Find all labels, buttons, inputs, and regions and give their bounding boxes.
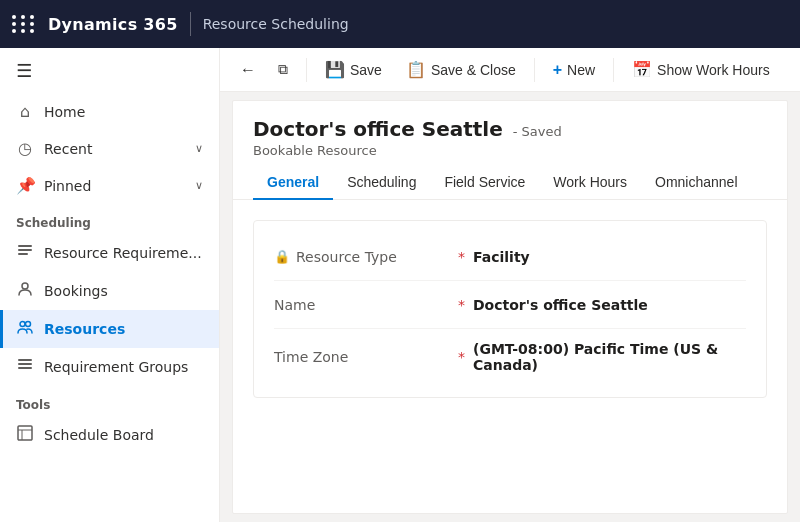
home-icon: ⌂ [16, 102, 34, 121]
timezone-value[interactable]: (GMT-08:00) Pacific Time (US & Canada) [473, 341, 746, 373]
form-row-timezone: Time Zone * (GMT-08:00) Pacific Time (US… [274, 329, 746, 385]
recent-icon: ◷ [16, 139, 34, 158]
timezone-label: Time Zone [274, 349, 348, 365]
sidebar-item-label: Resource Requireme... [44, 245, 202, 261]
sidebar-item-label: Requirement Groups [44, 359, 188, 375]
chevron-down-icon: ∨ [195, 179, 203, 192]
resource-type-label-col: 🔒 Resource Type [274, 249, 454, 265]
save-close-label: Save & Close [431, 62, 516, 78]
sidebar-item-label: Bookings [44, 283, 108, 299]
hamburger-button[interactable]: ☰ [0, 48, 219, 93]
toolbar-divider [306, 58, 307, 82]
pop-out-button[interactable]: ⧉ [268, 55, 298, 84]
timezone-label-col: Time Zone [274, 349, 454, 365]
tab-scheduling[interactable]: Scheduling [333, 166, 430, 200]
sidebar-item-label: Resources [44, 321, 125, 337]
svg-rect-6 [18, 359, 32, 361]
form-row-resource-type: 🔒 Resource Type * Facility [274, 233, 746, 281]
sidebar-item-label: Recent [44, 141, 92, 157]
sidebar-item-recent[interactable]: ◷ Recent ∨ [0, 130, 219, 167]
schedule-board-icon [16, 425, 34, 445]
new-label: New [567, 62, 595, 78]
sidebar-item-label: Pinned [44, 178, 91, 194]
resources-icon [16, 319, 34, 339]
sidebar-item-label: Home [44, 104, 85, 120]
resource-type-value[interactable]: Facility [473, 249, 530, 265]
save-close-icon: 📋 [406, 60, 426, 79]
record-title: Doctor's office Seattle [253, 117, 503, 141]
req-groups-icon [16, 357, 34, 377]
svg-rect-0 [18, 245, 32, 247]
sidebar-item-resources[interactable]: Resources [0, 310, 219, 348]
save-label: Save [350, 62, 382, 78]
new-button[interactable]: + New [543, 55, 605, 85]
scheduling-section-label: Scheduling [0, 204, 219, 234]
sidebar: ☰ ⌂ Home ◷ Recent ∨ 📌 Pinned ∨ Schedulin… [0, 48, 220, 522]
section-title: Resource Scheduling [203, 16, 349, 32]
tab-general[interactable]: General [253, 166, 333, 200]
top-bar: Dynamics 365 Resource Scheduling [0, 0, 800, 48]
app-launcher-icon[interactable] [12, 12, 36, 36]
new-icon: + [553, 61, 562, 79]
chevron-down-icon: ∨ [195, 142, 203, 155]
svg-rect-7 [18, 363, 32, 365]
lock-icon: 🔒 [274, 249, 290, 264]
pin-icon: 📌 [16, 176, 34, 195]
name-required: * [458, 297, 465, 313]
sidebar-item-schedule-board[interactable]: Schedule Board [0, 416, 219, 454]
save-icon: 💾 [325, 60, 345, 79]
save-button[interactable]: 💾 Save [315, 54, 392, 85]
show-work-hours-button[interactable]: 📅 Show Work Hours [622, 54, 780, 85]
layout: ☰ ⌂ Home ◷ Recent ∨ 📌 Pinned ∨ Schedulin… [0, 48, 800, 522]
name-label-col: Name [274, 297, 454, 313]
save-close-button[interactable]: 📋 Save & Close [396, 54, 526, 85]
form-card: 🔒 Resource Type * Facility Name * Doctor… [253, 220, 767, 398]
form-area: 🔒 Resource Type * Facility Name * Doctor… [233, 200, 787, 513]
sidebar-item-pinned[interactable]: 📌 Pinned ∨ [0, 167, 219, 204]
svg-rect-9 [18, 426, 32, 440]
tabs-bar: General Scheduling Field Service Work Ho… [233, 158, 787, 200]
svg-rect-8 [18, 367, 32, 369]
pop-out-icon: ⧉ [278, 61, 288, 78]
sidebar-item-bookings[interactable]: Bookings [0, 272, 219, 310]
top-bar-divider [190, 12, 191, 36]
tools-section-label: Tools [0, 386, 219, 416]
timezone-required: * [458, 349, 465, 365]
sidebar-item-home[interactable]: ⌂ Home [0, 93, 219, 130]
toolbar-divider-2 [534, 58, 535, 82]
name-value[interactable]: Doctor's office Seattle [473, 297, 648, 313]
record-header: Doctor's office Seattle - Saved Bookable… [233, 101, 787, 158]
toolbar-divider-3 [613, 58, 614, 82]
main-content: ← ⧉ 💾 Save 📋 Save & Close + New 📅 Show W… [220, 48, 800, 522]
svg-rect-1 [18, 249, 32, 251]
sidebar-item-req-groups[interactable]: Requirement Groups [0, 348, 219, 386]
svg-point-4 [20, 322, 25, 327]
tab-omnichannel[interactable]: Omnichannel [641, 166, 752, 200]
record-saved-status: - Saved [513, 124, 562, 139]
bookings-icon [16, 281, 34, 301]
resource-type-label: Resource Type [296, 249, 397, 265]
form-row-name: Name * Doctor's office Seattle [274, 281, 746, 329]
sidebar-item-requirements[interactable]: Resource Requireme... [0, 234, 219, 272]
tab-work-hours[interactable]: Work Hours [539, 166, 641, 200]
sidebar-item-label: Schedule Board [44, 427, 154, 443]
svg-point-3 [22, 283, 28, 289]
svg-rect-2 [18, 253, 28, 255]
record-title-row: Doctor's office Seattle - Saved [253, 117, 767, 141]
tab-field-service[interactable]: Field Service [430, 166, 539, 200]
resource-type-required: * [458, 249, 465, 265]
back-button[interactable]: ← [232, 55, 264, 85]
svg-point-5 [26, 322, 31, 327]
requirements-icon [16, 243, 34, 263]
toolbar: ← ⧉ 💾 Save 📋 Save & Close + New 📅 Show W… [220, 48, 800, 92]
show-work-hours-label: Show Work Hours [657, 62, 770, 78]
record-subtitle: Bookable Resource [253, 143, 767, 158]
app-title: Dynamics 365 [48, 15, 178, 34]
record-area: Doctor's office Seattle - Saved Bookable… [232, 100, 788, 514]
calendar-icon: 📅 [632, 60, 652, 79]
name-label: Name [274, 297, 315, 313]
